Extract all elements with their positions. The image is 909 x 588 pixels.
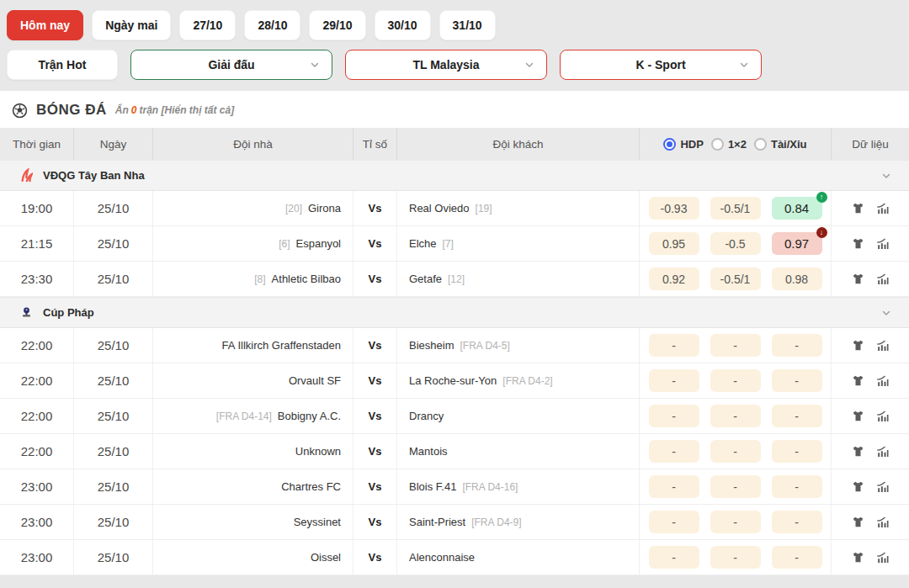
jersey-icon[interactable] xyxy=(852,410,864,422)
odd-button[interactable]: -0.5/1 xyxy=(710,268,761,290)
match-row[interactable]: 22:0025/10[FRA D4-14]Bobigny A.C.VsDranc… xyxy=(0,399,909,434)
stats-chart-icon[interactable] xyxy=(875,273,890,286)
jersey-icon[interactable] xyxy=(852,237,864,250)
match-row[interactable]: 19:0025/10[20]GironaVsReal Oviedo[19]-0.… xyxy=(0,191,909,226)
vs-label: Vs xyxy=(354,262,397,296)
match-date: 25/10 xyxy=(74,226,153,261)
match-row[interactable]: 22:0025/10Orvault SFVsLa Roche-sur-Yon[F… xyxy=(0,363,909,399)
hidden-matches-note[interactable]: Ẩn0trận [Hiển thị tất cả] xyxy=(115,104,234,116)
odd-button[interactable]: - xyxy=(710,475,761,498)
stats-chart-icon[interactable] xyxy=(875,551,890,564)
match-row[interactable]: 23:0025/10SeyssinetVsSaint-Priest[FRA D4… xyxy=(0,505,909,540)
odd-button[interactable]: - xyxy=(710,511,761,533)
stats-chart-icon[interactable] xyxy=(875,202,890,215)
dropdown-tl-malaysia[interactable]: TL Malaysia xyxy=(345,50,547,80)
col-header-away: Đội khách xyxy=(397,128,640,160)
odd-button[interactable]: -0.5/1 xyxy=(710,197,761,220)
odd-button[interactable]: 0.98 xyxy=(772,268,822,290)
odd-button[interactable]: 0.92 xyxy=(649,268,699,290)
away-rank: [19] xyxy=(476,203,492,215)
odd-button[interactable]: -0.93 xyxy=(649,197,699,220)
jersey-icon[interactable] xyxy=(852,339,864,352)
stats-chart-icon[interactable] xyxy=(875,339,890,352)
date-tab-ng-y-mai[interactable]: Ngày mai xyxy=(92,10,171,40)
jersey-icon[interactable] xyxy=(852,480,864,493)
odd-button[interactable]: - xyxy=(649,369,699,392)
odd-button[interactable]: - xyxy=(649,475,699,498)
odd-button[interactable]: - xyxy=(710,440,761,463)
radio-icon[interactable] xyxy=(663,138,676,151)
jersey-icon[interactable] xyxy=(852,445,864,458)
odd-button[interactable]: - xyxy=(772,546,822,569)
jersey-icon[interactable] xyxy=(852,551,864,564)
match-row[interactable]: 22:0025/10FA Illkirch GraffenstadenVsBie… xyxy=(0,328,909,363)
chevron-down-icon[interactable] xyxy=(880,170,892,182)
radio-icon[interactable] xyxy=(711,138,724,151)
jersey-icon[interactable] xyxy=(852,273,864,285)
match-row[interactable]: 23:3025/10[8]Athletic BilbaoVsGetafe[12]… xyxy=(0,262,909,297)
stats-chart-icon[interactable] xyxy=(875,374,890,388)
date-tab-30-10[interactable]: 30/10 xyxy=(375,10,431,40)
odd-button[interactable]: - xyxy=(772,369,822,392)
away-team-name: Elche xyxy=(409,237,437,250)
date-tab-27-10[interactable]: 27/10 xyxy=(179,10,236,40)
home-team: Seyssinet xyxy=(153,505,354,539)
laliga-icon xyxy=(20,168,33,183)
dropdown-label: Giải đấu xyxy=(208,58,254,72)
odd-button[interactable]: - xyxy=(649,511,699,533)
stats-chart-icon[interactable] xyxy=(875,480,890,494)
stats-chart-icon[interactable] xyxy=(875,516,890,529)
home-rank: [6] xyxy=(279,238,290,250)
match-row[interactable]: 23:0025/10OisselVsAlenconnaise--- xyxy=(0,540,909,575)
dropdown-gi-i-u[interactable]: Giải đấu xyxy=(130,50,332,80)
odd-button[interactable]: - xyxy=(772,511,822,533)
hot-match-button[interactable]: Trận Hot xyxy=(7,50,118,80)
bet-mode-t-i-x-u[interactable]: Tài/Xỉu xyxy=(754,138,807,151)
vs-label: Vs xyxy=(354,226,397,261)
odd-button[interactable]: - xyxy=(710,369,761,392)
odd-button[interactable]: - xyxy=(649,405,699,427)
odd-button[interactable]: - xyxy=(710,334,761,357)
odd-button[interactable]: - xyxy=(772,334,822,357)
match-row[interactable]: 22:0025/10UnknownVsMantois--- xyxy=(0,434,909,469)
odd-button[interactable]: 0.95 xyxy=(649,232,699,255)
odd-button[interactable]: - xyxy=(772,440,822,463)
radio-icon[interactable] xyxy=(754,138,767,151)
jersey-icon[interactable] xyxy=(852,374,864,387)
vs-label: Vs xyxy=(354,540,397,575)
data-tools xyxy=(832,226,909,261)
stats-chart-icon[interactable] xyxy=(875,445,890,458)
odd-button[interactable]: - xyxy=(772,475,822,498)
odd-button[interactable]: - xyxy=(649,334,699,357)
match-row[interactable]: 23:0025/10Chartres FCVsBlois F.41[FRA D4… xyxy=(0,469,909,505)
bet-mode-hdp[interactable]: HDP xyxy=(663,138,703,151)
odd-button[interactable]: - xyxy=(710,405,761,427)
home-team: FA Illkirch Graffenstaden xyxy=(153,328,354,363)
away-team-name: Getafe xyxy=(409,273,442,285)
odd-button[interactable]: 0.84↑ xyxy=(772,197,822,220)
odd-value: - xyxy=(733,374,737,388)
odd-button[interactable]: - xyxy=(649,546,699,569)
stats-chart-icon[interactable] xyxy=(875,410,890,423)
date-tab-31-10[interactable]: 31/10 xyxy=(439,10,496,40)
dropdown-k-sport[interactable]: K - Sport xyxy=(560,50,762,80)
match-date: 25/10 xyxy=(74,363,153,398)
bet-mode-1-2[interactable]: 1×2 xyxy=(711,138,747,151)
jersey-icon[interactable] xyxy=(852,516,864,528)
date-tab-h-m-nay[interactable]: Hôm nay xyxy=(7,10,83,40)
odd-button[interactable]: - xyxy=(772,405,822,427)
date-tab-29-10[interactable]: 29/10 xyxy=(309,10,365,40)
odd-button[interactable]: - xyxy=(649,440,699,463)
jersey-icon[interactable] xyxy=(852,202,864,215)
match-time: 23:30 xyxy=(0,262,74,296)
date-tab-28-10[interactable]: 28/10 xyxy=(244,10,300,40)
stats-chart-icon[interactable] xyxy=(875,237,890,251)
odd-button[interactable]: 0.97↓ xyxy=(772,232,822,255)
league-header-v-qg-t-y-ban-nha[interactable]: VĐQG Tây Ban Nha xyxy=(0,160,909,191)
odd-button[interactable]: - xyxy=(710,546,761,569)
chevron-down-icon[interactable] xyxy=(880,307,892,319)
odd-button[interactable]: -0.5 xyxy=(710,232,761,255)
match-row[interactable]: 21:1525/10[6]EspanyolVsElche[7]0.95-0.50… xyxy=(0,226,909,262)
league-header-c-p-ph-p[interactable]: Cúp Pháp xyxy=(0,297,909,328)
bet-mode-label: HDP xyxy=(680,138,703,151)
